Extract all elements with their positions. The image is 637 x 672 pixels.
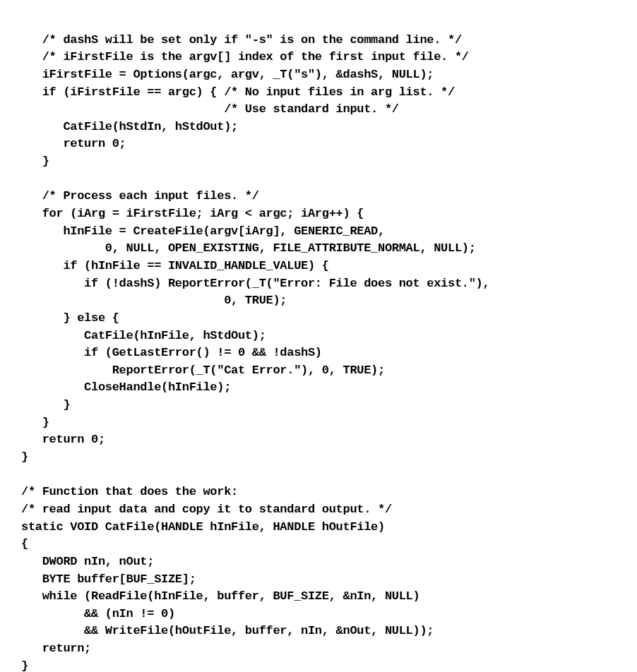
code-line: while (ReadFile(hInFile, buffer, BUF_SIZ…	[21, 589, 419, 603]
code-line: iFirstFile = Options(argc, argv, _T("s")…	[21, 68, 434, 81]
code-line: for (iArg = iFirstFile; iArg < argc; iAr…	[21, 207, 364, 220]
code-line: if (hInFile == INVALID_HANDLE_VALUE) {	[21, 259, 329, 272]
code-line: }	[21, 398, 70, 412]
code-line: if (iFirstFile == argc) { /* No input fi…	[21, 85, 455, 99]
code-line: 0, NULL, OPEN_EXISTING, FILE_ATTRIBUTE_N…	[21, 241, 476, 255]
code-line: if (!dashS) ReportError(_T("Error: File …	[21, 277, 489, 290]
code-line: return 0;	[21, 137, 126, 150]
code-line: CatFile(hStdIn, hStdOut);	[21, 120, 238, 133]
code-line: 0, TRUE);	[21, 294, 287, 307]
code-line: /* Function that does the work:	[21, 485, 238, 498]
code-line: /* read input data and copy it to standa…	[21, 503, 392, 516]
code-line: }	[21, 659, 28, 672]
code-line: hInFile = CreateFile(argv[iArg], GENERIC…	[21, 224, 385, 238]
code-line: CloseHandle(hInFile);	[21, 380, 231, 394]
code-line: && (nIn != 0)	[21, 607, 175, 620]
code-line: return 0;	[21, 433, 105, 446]
code-line: ReportError(_T("Cat Error."), 0, TRUE);	[21, 364, 385, 377]
code-line: /* iFirstFile is the argv[] index of the…	[21, 50, 469, 64]
code-line: /* dashS will be set only if "-s" is on …	[21, 33, 462, 47]
code-line: }	[21, 155, 49, 168]
code-line: {	[21, 537, 28, 551]
code-line: BYTE buffer[BUF_SIZE];	[21, 572, 196, 586]
code-line: /* Use standard input. */	[21, 102, 399, 116]
code-line: static VOID CatFile(HANDLE hInFile, HAND…	[21, 520, 385, 534]
code-line: CatFile(hInFile, hStdOut);	[21, 329, 266, 342]
code-line: }	[21, 450, 28, 464]
code-line: && WriteFile(hOutFile, buffer, nIn, &nOu…	[21, 624, 434, 637]
code-line: return;	[21, 642, 91, 655]
code-line: }	[21, 416, 49, 429]
code-line: /* Process each input files. */	[21, 189, 259, 203]
code-line: DWORD nIn, nOut;	[21, 555, 154, 568]
code-line: if (GetLastError() != 0 && !dashS)	[21, 346, 322, 359]
code-listing: /* dashS will be set only if "-s" is on …	[21, 14, 616, 672]
code-line: } else {	[21, 311, 119, 325]
